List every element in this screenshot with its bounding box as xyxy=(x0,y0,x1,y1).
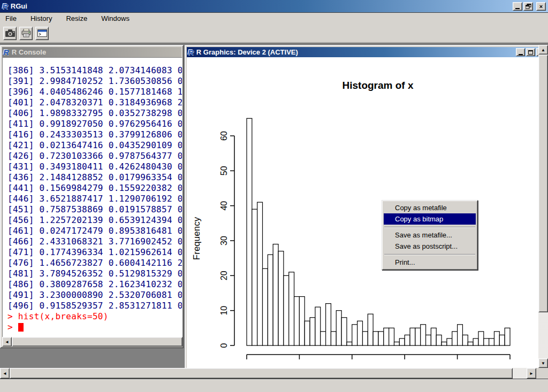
context-menu: Copy as metafileCopy as bitmapSave as me… xyxy=(382,200,478,270)
screen: { "window": { "title": "RGui", "menu_ite… xyxy=(0,0,548,392)
histogram-bar xyxy=(273,244,278,345)
console-line: [466] 2.4331068321 3.7716902452 0 xyxy=(7,236,182,247)
console-output: [386] 3.5153141848 2.0734146083 0[391] 2… xyxy=(3,58,182,333)
histogram-bar xyxy=(352,325,357,345)
r-logo-icon: R xyxy=(3,48,9,57)
graphics-minimize-button[interactable] xyxy=(516,48,525,56)
scroll-left-button[interactable]: ◄ xyxy=(2,337,12,347)
console-line: [416] 0.2433303513 0.3799126806 0 xyxy=(7,129,182,140)
console-window[interactable]: R R Console [386] 3.5153141848 2.0734146… xyxy=(0,45,184,348)
histogram-bar xyxy=(410,328,415,345)
histogram-bar xyxy=(305,321,310,345)
histogram-bar xyxy=(431,328,436,345)
graphics-canvas: Histogram of xFrequency0102030405060 xyxy=(187,57,546,376)
histogram-bar xyxy=(462,335,468,345)
restore-icon xyxy=(526,4,531,9)
menu-windows[interactable]: Windows xyxy=(98,13,133,24)
menu-file[interactable]: File xyxy=(2,13,20,24)
hscrollbar-thumb[interactable] xyxy=(10,368,513,379)
console-line: [411] 0.9918927050 0.9762956416 0 xyxy=(7,119,182,129)
minimize-icon xyxy=(519,54,523,55)
r-logo-icon: R xyxy=(2,2,8,11)
histogram-bar xyxy=(458,325,463,345)
mdi-vertical-scrollbar[interactable]: ▲ ▼ xyxy=(538,45,548,368)
context-menu-item-copy-as-bitmap[interactable]: Copy as bitmap xyxy=(384,213,476,225)
scroll-up-button[interactable]: ▲ xyxy=(538,45,548,55)
console-line: [386] 3.5153141848 2.0734146083 0 xyxy=(7,65,182,76)
scroll-left-button[interactable]: ◄ xyxy=(0,368,10,379)
console-line: [456] 1.2257202139 0.6539124394 0 xyxy=(7,215,182,226)
toolbar-button-print[interactable] xyxy=(19,27,33,40)
histogram-bar xyxy=(436,335,442,345)
context-menu-item-save-as-postscript[interactable]: Save as postscript... xyxy=(384,241,476,252)
histogram-bar xyxy=(447,339,452,345)
status-bar xyxy=(0,379,548,392)
context-menu-separator xyxy=(384,225,476,229)
console-line: [476] 1.4656723827 0.6004142116 2 xyxy=(7,258,182,268)
menu-history[interactable]: History xyxy=(27,13,55,24)
minimize-button[interactable] xyxy=(513,2,522,11)
close-button[interactable]: × xyxy=(536,2,546,11)
histogram-bar xyxy=(473,339,478,345)
graphics-maximize-button[interactable] xyxy=(526,48,535,56)
menu-resize[interactable]: Resize xyxy=(63,13,90,24)
console-line: [421] 0.0213647416 0.0435290109 0 xyxy=(7,140,182,151)
menu-bar: FileHistoryResizeWindows xyxy=(0,13,548,24)
vscrollbar-thumb[interactable] xyxy=(538,55,548,312)
r-logo-icon: R xyxy=(188,48,194,57)
vscrollbar-track[interactable] xyxy=(538,312,548,358)
context-menu-item-save-as-metafile[interactable]: Save as metafile... xyxy=(384,229,476,241)
context-menu-item-print[interactable]: Print... xyxy=(384,257,476,268)
histogram-bar xyxy=(494,332,499,345)
chart-title: Histogram of x xyxy=(342,80,413,91)
graphics-window[interactable]: R R Graphics: Device 2 (ACTIVE) × Histog… xyxy=(185,45,548,379)
histogram-bar xyxy=(247,118,252,345)
console-line: [431] 0.3493180411 0.4262480430 0 xyxy=(7,162,182,172)
mdi-horizontal-scrollbar[interactable]: ◄ ► xyxy=(0,368,536,379)
histogram-bar xyxy=(321,332,326,345)
hscrollbar-track[interactable] xyxy=(513,368,527,379)
y-tick-label: 10 xyxy=(219,306,229,316)
console-line: [441] 0.1569984279 0.1559220382 0 xyxy=(7,183,182,194)
histogram-bar xyxy=(252,209,257,345)
histogram-bar xyxy=(347,342,352,345)
histogram-bar xyxy=(326,304,331,345)
histogram-bar xyxy=(478,332,484,345)
app-title-bar[interactable]: R RGui × xyxy=(0,0,548,13)
histogram-bar xyxy=(426,335,431,345)
maximize-icon xyxy=(528,50,533,55)
console-prompt-line[interactable]: > xyxy=(7,322,182,333)
context-menu-item-copy-as-metafile[interactable]: Copy as metafile xyxy=(384,202,476,213)
histogram-bar xyxy=(421,325,426,345)
histogram-bar xyxy=(341,318,347,345)
console-line: [491] 3.2300000890 2.5320706081 0 xyxy=(7,290,182,301)
console-title-bar[interactable]: R R Console xyxy=(2,47,181,57)
histogram-bar xyxy=(368,314,373,345)
console-line: [396] 4.0405486246 0.1577181468 1 xyxy=(7,87,182,97)
console-line: [496] 0.9158529357 2.8531271811 0 xyxy=(7,301,182,311)
restore-button[interactable] xyxy=(523,2,533,11)
toolbar-button-copy[interactable] xyxy=(3,27,17,40)
y-tick-label: 20 xyxy=(219,271,229,280)
histogram-bar xyxy=(284,275,289,345)
scroll-right-button[interactable]: ► xyxy=(527,368,536,379)
y-tick-label: 30 xyxy=(219,236,229,245)
console-hscrollbar[interactable]: ◄ xyxy=(2,337,182,347)
console-client[interactable]: [386] 3.5153141848 2.0734146083 0[391] 2… xyxy=(2,57,182,337)
histogram-bar xyxy=(389,328,394,345)
histogram-bar xyxy=(405,335,410,345)
toolbar-button-console[interactable] xyxy=(35,27,49,40)
minimize-icon xyxy=(515,8,520,9)
console-line: [446] 3.6521887417 1.1290706192 0 xyxy=(7,194,182,204)
console-line: [461] 0.0247172479 0.8953816481 0 xyxy=(7,226,182,236)
scroll-down-button[interactable]: ▼ xyxy=(538,358,548,368)
y-tick-label: 0 xyxy=(219,343,229,348)
histogram-bar xyxy=(357,321,363,345)
text-cursor xyxy=(18,323,24,332)
console-scrollbar-thumb[interactable] xyxy=(12,337,182,347)
histogram-bar xyxy=(384,328,389,345)
graphics-title-bar[interactable]: R R Graphics: Device 2 (ACTIVE) × xyxy=(187,47,546,57)
console-line: [406] 1.9898332795 0.0352738298 0 xyxy=(7,108,182,119)
y-tick-label: 50 xyxy=(219,166,229,175)
histogram-bar xyxy=(415,328,421,345)
